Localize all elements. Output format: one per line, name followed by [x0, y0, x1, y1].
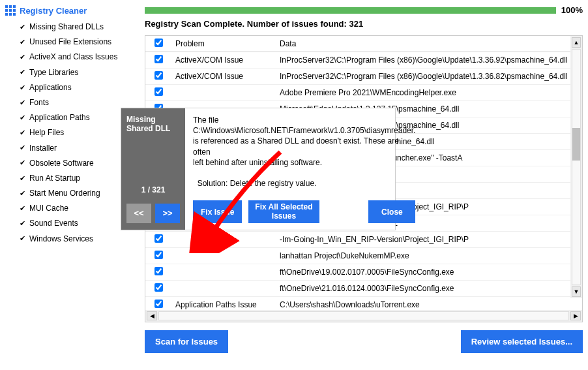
sidebar-title[interactable]: Registry Cleaner [5, 5, 140, 16]
table-row[interactable]: lanhattan Project\DukeNukemMP.exe [145, 248, 582, 264]
cell-data: -Im-Going-In_Win_EN_RIP-Version\Project_… [276, 232, 582, 248]
grid-icon [5, 5, 16, 16]
sidebar-item[interactable]: ✔Installer [5, 141, 140, 156]
sidebar-item-label: ActiveX and Class Issues [29, 51, 117, 63]
sidebar-item[interactable]: ✔Missing Shared DLLs [5, 20, 140, 35]
cell-data: ft\OneDrive\19.002.0107.0005\FileSyncCon… [276, 264, 582, 281]
sidebar-item-label: Obsolete Software [29, 157, 94, 170]
scroll-up-icon[interactable]: ▲ [572, 37, 581, 48]
issue-detail-popup: Missing Shared DLL 1 / 321 << >> The fil… [121, 108, 395, 230]
check-icon: ✔ [20, 233, 25, 245]
cell-problem [171, 85, 276, 101]
sidebar-item-label: Start Menu Ordering [29, 187, 100, 200]
row-checkbox[interactable] [154, 251, 163, 259]
sidebar-item-label: Application Paths [29, 112, 90, 124]
sidebar-item[interactable]: ✔ActiveX and Class Issues [5, 50, 140, 65]
scan-summary: Registry Scan Complete. Number of issues… [145, 19, 583, 29]
check-icon: ✔ [20, 157, 25, 169]
check-icon: ✔ [20, 22, 25, 33]
row-checkbox[interactable] [154, 283, 163, 292]
sidebar-item-label: Missing Shared DLLs [29, 21, 104, 33]
horizontal-scrollbar[interactable]: ◀ ▶ [145, 310, 582, 322]
select-all-checkbox[interactable] [154, 39, 163, 47]
row-checkbox[interactable] [154, 267, 163, 275]
table-row[interactable]: -Im-Going-In_Win_EN_RIP-Version\Project_… [145, 232, 582, 248]
scroll-left-icon[interactable]: ◀ [147, 311, 157, 320]
col-data[interactable]: Data [276, 36, 582, 52]
table-row[interactable]: Adobe Premiere Pro 2021\WMEncodingHelper… [145, 85, 582, 101]
prev-issue-button[interactable]: << [126, 204, 151, 223]
next-issue-button[interactable]: >> [155, 204, 180, 223]
cell-data: Adobe Premiere Pro 2021\WMEncodingHelper… [276, 85, 582, 101]
sidebar-item[interactable]: ✔MUI Cache [5, 201, 140, 216]
hscroll-track[interactable] [158, 311, 569, 320]
table-row[interactable]: ActiveX/COM IssueInProcServer32\C:\Progr… [145, 69, 582, 85]
cell-problem [171, 281, 276, 297]
check-icon: ✔ [20, 82, 25, 94]
sidebar-item[interactable]: ✔Help Files [5, 125, 140, 140]
check-icon: ✔ [20, 67, 25, 78]
sidebar-item[interactable]: ✔Run At Startup [5, 171, 140, 186]
sidebar-item[interactable]: ✔Application Paths [5, 110, 140, 125]
sidebar-item-label: Run At Startup [29, 172, 80, 185]
sidebar-item[interactable]: ✔Start Menu Ordering [5, 186, 140, 201]
popup-counter: 1 / 321 [141, 185, 166, 194]
vertical-scrollbar[interactable]: ▲ ▼ [570, 36, 582, 298]
check-icon: ✔ [20, 142, 25, 154]
close-popup-button[interactable]: Close [368, 200, 415, 223]
sidebar-item-label: Type Libraries [29, 67, 78, 79]
scroll-thumb[interactable] [572, 128, 580, 161]
popup-description: The file C:\Windows\Microsoft.NET\Framew… [193, 115, 415, 189]
cell-problem: ActiveX/COM Issue [171, 52, 276, 69]
cell-data: lanhattan Project\DukeNukemMP.exe [276, 248, 582, 264]
table-row[interactable]: ActiveX/COM IssueInProcServer32\C:\Progr… [145, 52, 582, 69]
cell-data: C:\Users\shash\Downloads\uTorrent.exe [276, 297, 582, 311]
check-icon: ✔ [20, 127, 25, 139]
sidebar-item-label: Fonts [29, 97, 49, 109]
progress-percent: 100% [561, 5, 583, 15]
sidebar-item[interactable]: ✔Applications [5, 80, 140, 95]
sidebar-item[interactable]: ✔Windows Services [5, 232, 140, 247]
check-icon: ✔ [20, 97, 25, 109]
fix-all-line1: Fix All Selected [255, 202, 312, 211]
scroll-right-icon[interactable]: ▶ [570, 311, 581, 320]
table-row[interactable]: Application Paths IssueC:\Users\shash\Do… [145, 297, 582, 311]
fix-all-button[interactable]: Fix All Selected Issues [248, 200, 319, 223]
cell-data: ft\OneDrive\21.016.0124.0003\FileSyncCon… [276, 281, 582, 297]
sidebar-item[interactable]: ✔Unused File Extensions [5, 35, 140, 50]
row-checkbox[interactable] [154, 234, 163, 243]
col-problem[interactable]: Problem [171, 36, 276, 52]
check-icon: ✔ [20, 112, 25, 124]
table-row[interactable]: ft\OneDrive\21.016.0124.0003\FileSyncCon… [145, 281, 582, 297]
fix-issue-button[interactable]: Fix Issue [193, 200, 242, 223]
check-icon: ✔ [20, 37, 25, 48]
review-button[interactable]: Review selected Issues... [461, 330, 583, 353]
cell-data: InProcServer32\C:\Program Files (x86)\Go… [276, 52, 582, 69]
check-icon: ✔ [20, 52, 25, 63]
row-checkbox[interactable] [154, 300, 163, 308]
fix-all-line2: Issues [272, 211, 296, 221]
progress-bar [145, 7, 556, 14]
check-icon: ✔ [20, 188, 25, 200]
cell-problem [171, 264, 276, 281]
sidebar-item[interactable]: ✔Fonts [5, 95, 140, 110]
sidebar-item-label: Help Files [29, 127, 64, 139]
row-checkbox[interactable] [154, 87, 163, 96]
check-icon: ✔ [20, 173, 25, 185]
sidebar-item-label: Applications [29, 82, 72, 94]
sidebar-item[interactable]: ✔Sound Events [5, 216, 140, 231]
row-checkbox[interactable] [154, 71, 163, 80]
sidebar-item[interactable]: ✔Obsolete Software [5, 156, 140, 171]
sidebar-item-label: MUI Cache [29, 202, 68, 215]
sidebar-item[interactable]: ✔Type Libraries [5, 65, 140, 80]
cell-problem: Application Paths Issue [171, 297, 276, 311]
cell-data: InProcServer32\C:\Program Files (x86)\Go… [276, 69, 582, 85]
scroll-track[interactable] [572, 49, 581, 285]
scroll-down-icon[interactable]: ▼ [572, 286, 581, 297]
table-row[interactable]: ft\OneDrive\19.002.0107.0005\FileSyncCon… [145, 264, 582, 281]
sidebar-title-text: Registry Cleaner [20, 6, 87, 16]
check-icon: ✔ [20, 218, 25, 230]
row-checkbox[interactable] [154, 55, 163, 63]
check-icon: ✔ [20, 203, 25, 215]
scan-button[interactable]: Scan for Issues [145, 330, 228, 353]
